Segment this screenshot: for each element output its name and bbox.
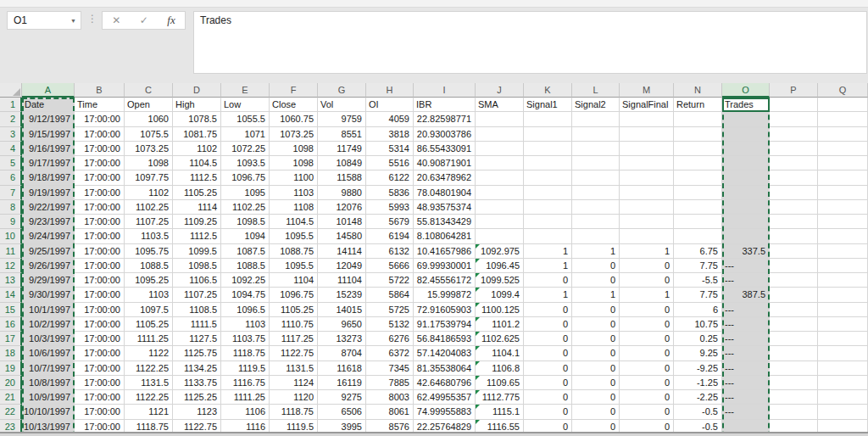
cell-H19[interactable]: 7345 [366,361,414,376]
cell-I5[interactable]: 40.90871901 [414,156,476,170]
cell-P11[interactable] [770,244,818,259]
cell-F22[interactable]: 1118.75 [270,405,318,419]
cell-G22[interactable]: 6506 [318,405,366,419]
cell-A8[interactable]: 9/22/1997 [22,200,75,215]
cell-C16[interactable]: 1105.25 [125,317,173,332]
cell-M16[interactable]: 0 [620,317,674,332]
cell-H13[interactable]: 5722 [366,273,414,288]
cell-N21[interactable]: -2.25 [674,390,722,405]
cell-J14[interactable]: 1099.4 [476,288,524,302]
cell-E21[interactable]: 1111.25 [221,390,270,405]
cell-Q19[interactable] [818,361,868,376]
column-header-A[interactable]: A [22,83,75,98]
cell-Q6[interactable] [818,170,868,185]
column-header-F[interactable]: F [270,83,318,98]
cell-P4[interactable] [770,142,818,156]
cell-I8[interactable]: 48.93575374 [414,200,476,215]
cell-K15[interactable]: 0 [524,303,572,317]
cell-L4[interactable] [572,142,620,156]
cell-E13[interactable]: 1092.25 [221,273,270,288]
cell-B9[interactable]: 17:00:00 [75,215,125,229]
cell-N3[interactable] [674,127,722,142]
cell-N5[interactable] [674,156,722,170]
cell-K16[interactable]: 0 [524,317,572,332]
cell-C14[interactable]: 1103 [125,288,173,302]
cell-H5[interactable]: 5516 [366,156,414,170]
cell-A1[interactable]: Date [22,98,75,112]
cell-L9[interactable] [572,215,620,229]
cell-C19[interactable]: 1122.25 [125,361,173,376]
cell-P12[interactable] [770,259,818,273]
cell-F12[interactable]: 1095.5 [270,259,318,273]
cell-O16[interactable]: --- [722,317,770,332]
cell-K6[interactable] [524,170,572,185]
cell-J12[interactable]: 1096.45 [476,259,524,273]
cell-I19[interactable]: 81.35538064 [414,361,476,376]
cell-G13[interactable]: 11104 [318,273,366,288]
cell-I17[interactable]: 56.84186593 [414,332,476,346]
cell-G20[interactable]: 16119 [318,376,366,390]
cell-I9[interactable]: 55.81343429 [414,215,476,229]
cell-A20[interactable]: 10/8/1997 [22,376,75,390]
cell-K20[interactable]: 0 [524,376,572,390]
cell-O3[interactable] [722,127,770,142]
cell-Q16[interactable] [818,317,868,332]
cell-B18[interactable]: 17:00:00 [75,346,125,361]
cell-D17[interactable]: 1127.5 [173,332,221,346]
cell-M10[interactable] [620,229,674,243]
select-all-button[interactable] [0,83,22,98]
cell-Q17[interactable] [818,332,868,346]
cell-E15[interactable]: 1096.5 [221,303,270,317]
cell-M8[interactable] [620,200,674,215]
cell-B17[interactable]: 17:00:00 [75,332,125,346]
cell-I7[interactable]: 78.04801904 [414,186,476,200]
cell-N18[interactable]: 9.25 [674,346,722,361]
cell-J1[interactable]: SMA [476,98,524,112]
cell-Q11[interactable] [818,244,868,259]
cell-N17[interactable]: 0.25 [674,332,722,346]
column-header-H[interactable]: H [366,83,414,98]
cell-Q5[interactable] [818,156,868,170]
cell-M17[interactable]: 0 [620,332,674,346]
cell-N8[interactable] [674,200,722,215]
cell-E19[interactable]: 1119.5 [221,361,270,376]
cell-D21[interactable]: 1125.25 [173,390,221,405]
cell-C10[interactable]: 1103.5 [125,229,173,243]
cell-I15[interactable]: 72.91605903 [414,303,476,317]
column-header-P[interactable]: P [770,83,818,98]
row-header-9[interactable]: 9 [0,215,22,229]
cell-O22[interactable]: --- [722,405,770,419]
cell-L2[interactable] [572,112,620,126]
cell-A11[interactable]: 9/25/1997 [22,244,75,259]
cell-N4[interactable] [674,142,722,156]
cell-E9[interactable]: 1098.5 [221,215,270,229]
cell-D14[interactable]: 1107.25 [173,288,221,302]
cell-J13[interactable]: 1099.525 [476,273,524,288]
cell-L10[interactable] [572,229,620,243]
row-header-10[interactable]: 10 [0,229,22,243]
cell-C3[interactable]: 1075.5 [125,127,173,142]
cell-F5[interactable]: 1098 [270,156,318,170]
cell-G18[interactable]: 8704 [318,346,366,361]
cell-I16[interactable]: 91.17539794 [414,317,476,332]
cell-I3[interactable]: 20.93003786 [414,127,476,142]
row-header-13[interactable]: 13 [0,273,22,288]
cell-D11[interactable]: 1099.5 [173,244,221,259]
cell-A16[interactable]: 10/2/1997 [22,317,75,332]
cell-A10[interactable]: 9/24/1997 [22,229,75,243]
cell-I18[interactable]: 57.14204083 [414,346,476,361]
cell-J21[interactable]: 1112.775 [476,390,524,405]
cell-L22[interactable]: 0 [572,405,620,419]
cell-G8[interactable]: 12076 [318,200,366,215]
cell-K12[interactable]: 1 [524,259,572,273]
cell-C1[interactable]: Open [125,98,173,112]
cell-F11[interactable]: 1088.75 [270,244,318,259]
cell-B13[interactable]: 17:00:00 [75,273,125,288]
cell-G1[interactable]: Vol [318,98,366,112]
cell-F20[interactable]: 1124 [270,376,318,390]
cell-Q13[interactable] [818,273,868,288]
cell-B15[interactable]: 17:00:00 [75,303,125,317]
cell-B19[interactable]: 17:00:00 [75,361,125,376]
cell-J16[interactable]: 1101.2 [476,317,524,332]
cell-C4[interactable]: 1073.25 [125,142,173,156]
